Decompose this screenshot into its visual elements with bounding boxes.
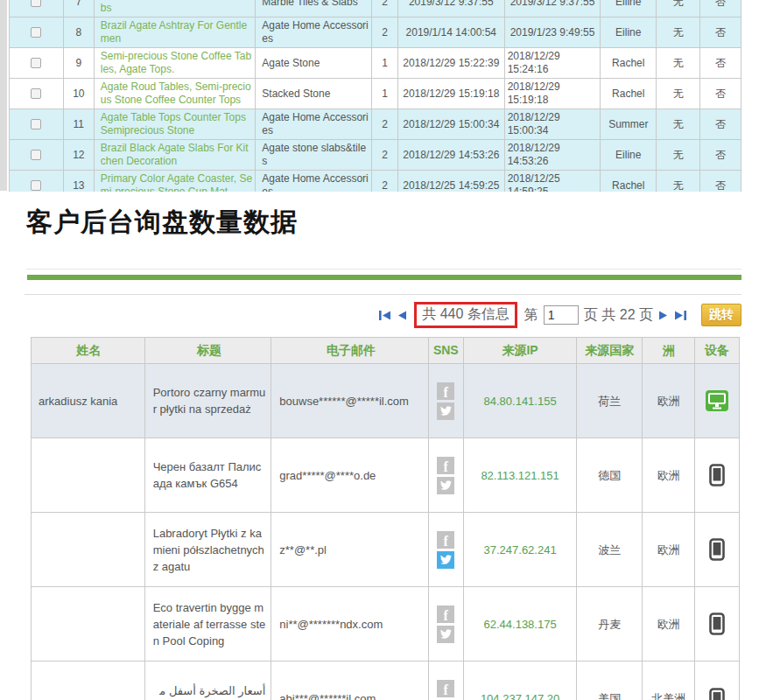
- sns-cell: f: [429, 587, 464, 661]
- flag-no: 否: [700, 171, 741, 192]
- continent: 欧洲: [643, 364, 695, 438]
- flag-none: 无: [657, 18, 700, 47]
- row-checkbox-cell: [10, 109, 64, 139]
- facebook-icon[interactable]: f: [437, 457, 454, 474]
- facebook-glyph: f: [444, 385, 448, 400]
- table-row: 9 Semi-precious Stone Coffee Tables, Aga…: [10, 48, 741, 79]
- row-checkbox-cell: [10, 140, 64, 170]
- product-title-link[interactable]: bs: [95, 0, 257, 17]
- row-checkbox[interactable]: [31, 27, 41, 38]
- row-checkbox[interactable]: [31, 58, 41, 68]
- inquiry-title: Черен базалт Палисада камък G654: [145, 438, 272, 512]
- created-time: 2018/12/25 14:59:25: [398, 171, 505, 192]
- twitter-icon[interactable]: [437, 551, 454, 569]
- row-checkbox[interactable]: [31, 180, 41, 191]
- continent: 欧洲: [643, 438, 695, 512]
- inquiry-row: Labradoryt Płytki z kamieni półszlachetn…: [32, 513, 739, 587]
- created-time: 2019/1/14 14:00:54: [398, 18, 505, 47]
- facebook-icon[interactable]: f: [437, 606, 454, 623]
- col-header-continent: 洲: [643, 338, 695, 363]
- row-checkbox-cell: [10, 0, 64, 17]
- row-checkbox-cell: [10, 79, 64, 108]
- product-title-link[interactable]: Semi-precious Stone Coffee Tables, Agate…: [95, 48, 257, 78]
- facebook-icon[interactable]: f: [437, 531, 454, 549]
- product-category: Stacked Stone: [256, 79, 372, 108]
- updated-time: 2019/1/23 9:49:55: [505, 18, 601, 47]
- row-checkbox[interactable]: [31, 119, 41, 130]
- inquiry-name: [32, 513, 145, 586]
- prev-page-icon[interactable]: [397, 310, 407, 321]
- mobile-icon: [709, 538, 725, 561]
- table-row: 10 Agate Roud Tables, Semi-precious Ston…: [10, 79, 741, 109]
- jump-button[interactable]: 跳转: [701, 304, 741, 326]
- inquiry-name: [32, 587, 145, 661]
- page-title: 客户后台询盘数量数据: [26, 205, 298, 241]
- product-qty: 2: [372, 171, 398, 192]
- product-title-link[interactable]: Agate Table Tops Counter Tops Semiprecio…: [95, 109, 257, 139]
- product-category: Agate Stone: [256, 48, 372, 78]
- product-category: Marble Tiles & Slabs: [256, 0, 372, 17]
- row-number: 13: [64, 171, 95, 192]
- inquiry-table-header: 姓名 标题 电子邮件 SNS 来源IP 来源国家 洲 设备: [32, 338, 739, 364]
- inquiry-row: أسعار الصخرة أسفل مصقول لمعان الريادا ab…: [32, 662, 739, 700]
- product-qty: 2: [372, 109, 398, 139]
- mobile-icon: [709, 464, 725, 486]
- flag-no: 否: [700, 0, 741, 17]
- table-row: 11 Agate Table Tops Counter Tops Semipre…: [10, 109, 741, 140]
- twitter-icon[interactable]: [437, 626, 454, 643]
- first-page-icon[interactable]: [378, 310, 391, 321]
- last-page-icon[interactable]: [674, 310, 687, 321]
- product-qty: 2: [372, 0, 398, 17]
- flag-no: 否: [700, 140, 741, 170]
- product-title-link[interactable]: Primary Color Agate Coaster, Semi-precio…: [95, 171, 257, 192]
- row-checkbox-cell: [10, 18, 64, 47]
- sns-cell: f: [429, 438, 464, 512]
- row-checkbox-cell: [10, 48, 64, 78]
- product-title-link[interactable]: Agate Roud Tables, Semi-precious Stone C…: [95, 79, 257, 108]
- next-page-icon[interactable]: [658, 310, 669, 321]
- page-number-input[interactable]: [544, 305, 579, 325]
- products-table-viewport: 7 bs Marble Tiles & Slabs 2 2019/3/12 9:…: [9, 0, 741, 192]
- row-number: 10: [64, 79, 95, 108]
- col-header-ip: 来源IP: [464, 338, 578, 363]
- product-title-link[interactable]: Brazil Black Agate Slabs For Kitchen Dec…: [95, 140, 257, 170]
- source-country: 丹麦: [577, 587, 643, 661]
- row-checkbox[interactable]: [31, 0, 41, 7]
- owner-name: Eiline: [601, 18, 657, 47]
- product-category: Agate Home Accessories: [256, 109, 372, 139]
- row-number: 12: [64, 140, 95, 170]
- sns-cell: f: [429, 513, 464, 586]
- col-header-email: 电子邮件: [271, 338, 429, 363]
- flag-none: 无: [657, 79, 700, 108]
- inquiry-name: [32, 438, 145, 512]
- page-gutter: [0, 0, 7, 191]
- product-category: Agate stone slabs&tiles: [256, 140, 372, 170]
- created-time: 2018/12/29 15:00:34: [398, 109, 505, 139]
- col-header-sns: SNS: [429, 338, 464, 363]
- facebook-icon[interactable]: f: [437, 680, 454, 697]
- device-cell: [695, 438, 739, 512]
- twitter-icon[interactable]: [437, 477, 454, 494]
- facebook-icon[interactable]: f: [437, 382, 454, 400]
- updated-time: 2019/3/12 9:37:55: [505, 0, 601, 17]
- updated-time: 2018/12/29 15:19:18: [505, 79, 601, 108]
- product-title-link[interactable]: Brazil Agate Ashtray For Gentlemen: [95, 18, 257, 47]
- col-header-title: 标题: [145, 338, 272, 363]
- owner-name: Summer: [601, 109, 657, 139]
- row-checkbox[interactable]: [31, 88, 41, 99]
- twitter-icon[interactable]: [437, 402, 454, 420]
- device-cell: [695, 364, 739, 438]
- divider: [26, 269, 741, 270]
- product-category: Agate Home Accessories: [256, 171, 372, 192]
- inquiry-row: Черен базалт Палисада камък G654 grad***…: [32, 438, 739, 513]
- continent: 欧洲: [643, 513, 695, 586]
- flag-none: 无: [657, 48, 700, 78]
- product-category: Agate Home Accessories: [256, 18, 372, 47]
- row-checkbox[interactable]: [31, 150, 41, 160]
- facebook-glyph: f: [444, 459, 448, 474]
- table-row: 7 bs Marble Tiles & Slabs 2 2019/3/12 9:…: [10, 0, 741, 18]
- sns-cell: f: [429, 662, 464, 700]
- updated-time: 2018/12/29 14:53:26: [505, 140, 601, 170]
- row-checkbox-cell: [10, 171, 64, 192]
- desktop-icon: [706, 390, 728, 411]
